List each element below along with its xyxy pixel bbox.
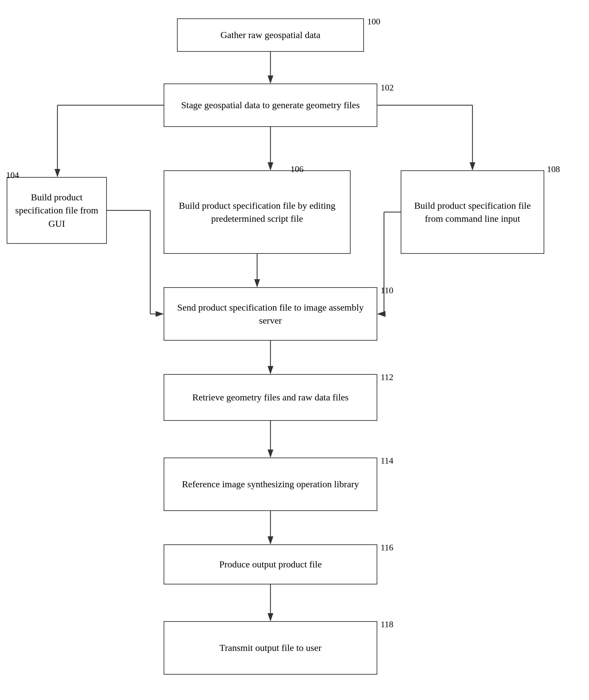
box-retrieve-geometry: Retrieve geometry files and raw data fil… (164, 374, 377, 421)
ref-104: 104 (6, 170, 19, 180)
ref-114: 114 (381, 456, 393, 466)
ref-112: 112 (381, 372, 393, 382)
ref-100: 100 (367, 17, 380, 27)
box-reference-image-library: Reference image synthesizing operation l… (164, 458, 377, 511)
ref-110: 110 (381, 286, 393, 296)
box-build-from-gui: Build product specification file from GU… (7, 177, 107, 244)
box-build-edit-script: Build product specification file by edit… (164, 170, 351, 254)
diagram-container: Gather raw geospatial data 100 Stage geo… (0, 0, 589, 700)
ref-116: 116 (381, 543, 393, 553)
box-send-to-server: Send product specification file to image… (164, 287, 377, 341)
box-build-command-line: Build product specification file from co… (401, 170, 544, 254)
ref-106: 106 (290, 164, 304, 174)
box-stage-geospatial-data: Stage geospatial data to generate geomet… (164, 83, 377, 127)
box-gather-raw-data: Gather raw geospatial data (177, 18, 364, 52)
box-transmit-output: Transmit output file to user (164, 621, 377, 675)
ref-118: 118 (381, 620, 393, 630)
box-produce-output: Produce output product file (164, 544, 377, 584)
ref-102: 102 (381, 83, 394, 93)
ref-108: 108 (547, 164, 560, 174)
